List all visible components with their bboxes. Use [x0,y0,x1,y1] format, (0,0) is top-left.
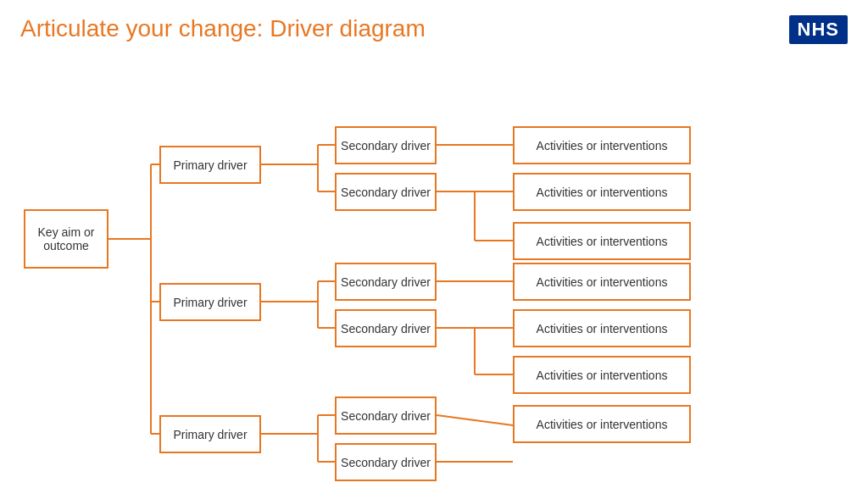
svg-line-21 [437,415,513,425]
secondary-driver-2: Secondary driver [335,173,437,211]
secondary-driver-1: Secondary driver [335,126,437,164]
activity-4: Activities or interventions [513,263,691,301]
header: Articulate your change: Driver diagram N… [0,0,868,44]
activity-5: Activities or interventions [513,309,691,347]
secondary-driver-4: Secondary driver [335,309,437,347]
activity-1: Activities or interventions [513,126,691,164]
activity-3: Activities or interventions [513,222,691,260]
primary-driver-1: Primary driver [159,146,261,184]
activity-6: Activities or interventions [513,356,691,394]
nhs-logo: NHS [789,15,848,44]
page-title: Articulate your change: Driver diagram [20,15,426,42]
secondary-driver-3: Secondary driver [335,263,437,301]
secondary-driver-6: Secondary driver [335,443,437,481]
diagram-area: Key aim or outcome Primary driver Primar… [0,61,868,488]
key-aim-box: Key aim or outcome [24,209,108,269]
primary-driver-3: Primary driver [159,415,261,453]
activity-2: Activities or interventions [513,173,691,211]
secondary-driver-5: Secondary driver [335,396,437,435]
activity-7: Activities or interventions [513,405,691,443]
primary-driver-2: Primary driver [159,283,261,321]
